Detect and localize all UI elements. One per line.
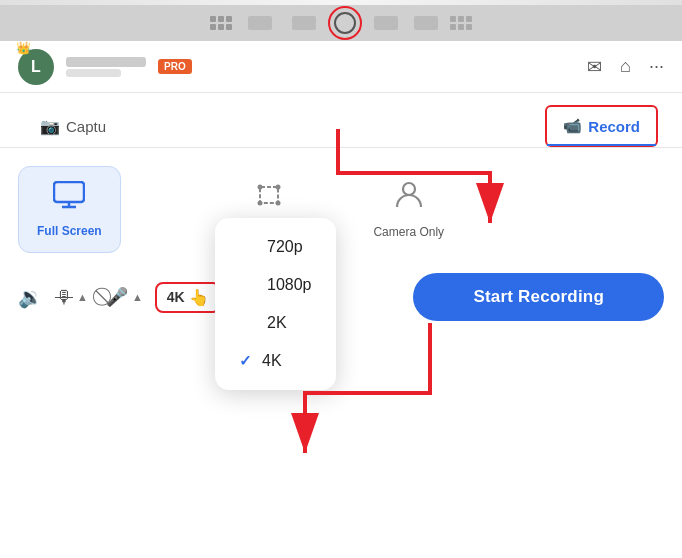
chevron-up-icon: ▲ bbox=[77, 291, 88, 303]
toolbar-dot bbox=[218, 24, 224, 30]
speaker-button[interactable]: 🔉 bbox=[18, 285, 43, 309]
option-camera-only[interactable]: Camera Only bbox=[355, 166, 462, 253]
option-full-screen[interactable]: Full Screen bbox=[18, 166, 121, 253]
subtitle-blur bbox=[66, 69, 121, 77]
tab-record[interactable]: 📹 Record bbox=[545, 105, 658, 147]
mic2-muted-button[interactable]: 🎤 ⃠ ▲ bbox=[106, 286, 143, 308]
toolbar-dot bbox=[218, 16, 224, 22]
tab-record-label: Record bbox=[588, 118, 640, 135]
speaker-icon: 🔉 bbox=[18, 285, 43, 309]
avatar-letter: L bbox=[31, 58, 41, 76]
crown-icon: 👑 bbox=[16, 41, 31, 55]
toolbar-block-2 bbox=[292, 16, 316, 30]
toolbar-dot-sm bbox=[450, 16, 456, 22]
dropdown-label-720p: 720p bbox=[267, 238, 303, 256]
toolbar-block-1 bbox=[248, 16, 272, 30]
cursor-icon: 👆 bbox=[189, 288, 209, 307]
dropdown-label-1080p: 1080p bbox=[267, 276, 312, 294]
tabs-row: 📷 Captu 📹 Record bbox=[0, 93, 682, 148]
toolbar-dot-sm bbox=[458, 16, 464, 22]
svg-point-8 bbox=[403, 183, 415, 195]
home-icon[interactable]: ⌂ bbox=[620, 56, 631, 77]
toolbar-icons-right bbox=[450, 16, 472, 30]
avatar: 👑 L bbox=[18, 49, 54, 85]
svg-rect-3 bbox=[260, 187, 278, 203]
options-row: Full Screen Selected Area bbox=[0, 148, 682, 263]
person-icon bbox=[395, 180, 423, 217]
toolbar-dot bbox=[226, 16, 232, 22]
pro-badge: PRO bbox=[158, 59, 192, 74]
toolbar-dot-sm bbox=[450, 24, 456, 30]
username-blur bbox=[66, 57, 146, 67]
dropdown-item-2k[interactable]: 2K bbox=[215, 304, 336, 342]
dropdown-label-4k: 4K bbox=[262, 352, 282, 370]
toolbar-dot-sm bbox=[466, 16, 472, 22]
mic-muted-icon: 🎙 bbox=[55, 287, 73, 308]
mic-muted-button[interactable]: 🎙 ▲ bbox=[55, 287, 88, 308]
svg-point-5 bbox=[276, 185, 281, 190]
toolbar-block-3 bbox=[374, 16, 398, 30]
resolution-label: 4K bbox=[167, 289, 185, 305]
toolbar-dot bbox=[210, 16, 216, 22]
tab-capture-label: Captu bbox=[66, 118, 106, 135]
more-icon[interactable]: ··· bbox=[649, 56, 664, 77]
chevron-up-2-icon: ▲ bbox=[132, 291, 143, 303]
toolbar-dot bbox=[226, 24, 232, 30]
header-name bbox=[66, 57, 146, 77]
record-tab-underline bbox=[547, 144, 656, 146]
svg-point-4 bbox=[258, 185, 263, 190]
full-screen-label: Full Screen bbox=[37, 224, 102, 238]
bottom-bar: 🔉 🎙 ▲ 🎤 ⃠ ▲ 4K 👆 Start Recording bbox=[0, 263, 682, 337]
resolution-badge[interactable]: 4K 👆 bbox=[155, 282, 221, 313]
dropdown-item-1080p[interactable]: 1080p bbox=[215, 266, 336, 304]
record-toolbar-icon[interactable] bbox=[328, 6, 362, 40]
header: 👑 L PRO ✉ ⌂ ··· bbox=[0, 41, 682, 93]
dropdown-label-2k: 2K bbox=[267, 314, 287, 332]
svg-point-7 bbox=[276, 201, 281, 206]
toolbar-block-4 bbox=[414, 16, 438, 30]
selection-icon bbox=[252, 181, 284, 216]
mic2-muted-icon: 🎤 ⃠ bbox=[106, 286, 128, 308]
toolbar-dot-sm bbox=[466, 24, 472, 30]
dropdown-item-4k[interactable]: ✓ 4K bbox=[215, 342, 336, 380]
video-camera-icon: 📹 bbox=[563, 117, 582, 135]
toolbar-dot-sm bbox=[458, 24, 464, 30]
tab-capture[interactable]: 📷 Captu bbox=[24, 107, 122, 146]
svg-point-6 bbox=[258, 201, 263, 206]
camera-icon: 📷 bbox=[40, 117, 60, 136]
main-content: 📷 Captu 📹 Record Full Screen bbox=[0, 93, 682, 558]
toolbar-icons-left bbox=[210, 16, 232, 30]
dropdown-item-720p[interactable]: 720p bbox=[215, 228, 336, 266]
camera-only-label: Camera Only bbox=[373, 225, 444, 239]
svg-rect-0 bbox=[54, 182, 84, 202]
resolution-dropdown: 720p 1080p 2K ✓ 4K bbox=[215, 218, 336, 390]
check-mark-4k: ✓ bbox=[239, 352, 252, 370]
header-icons: ✉ ⌂ ··· bbox=[587, 56, 664, 78]
mail-icon[interactable]: ✉ bbox=[587, 56, 602, 78]
toolbar bbox=[0, 5, 682, 41]
start-recording-button[interactable]: Start Recording bbox=[413, 273, 664, 321]
toolbar-dot bbox=[210, 24, 216, 30]
monitor-icon bbox=[53, 181, 85, 216]
